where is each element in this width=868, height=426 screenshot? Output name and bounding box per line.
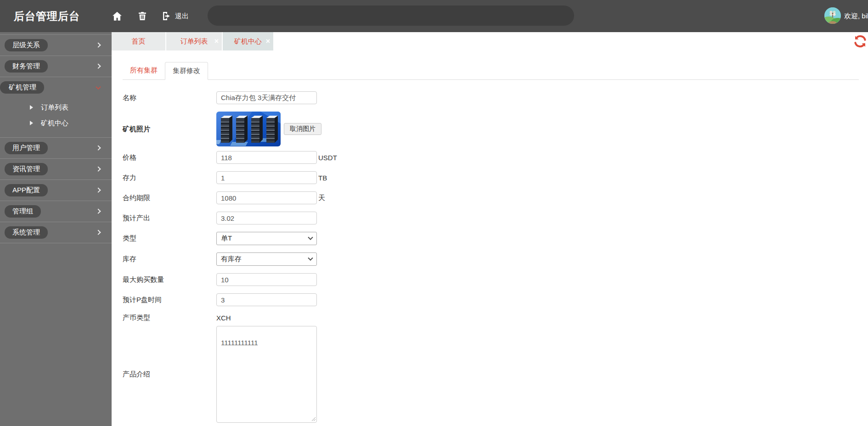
logout-label: 退出 bbox=[175, 12, 189, 21]
form-row-plot-time: 预计P盘时间 bbox=[123, 293, 859, 306]
chevron-right-icon bbox=[96, 63, 101, 68]
page-tab-label: 矿机中心 bbox=[234, 37, 262, 46]
sidebar-item-system[interactable]: 系统管理 bbox=[0, 222, 112, 243]
capacity-input[interactable] bbox=[216, 171, 317, 184]
sidebar-item-news[interactable]: 资讯管理 bbox=[0, 159, 112, 180]
name-label: 名称 bbox=[123, 94, 216, 102]
search-input[interactable] bbox=[208, 6, 574, 26]
chevron-right-icon bbox=[96, 166, 101, 171]
chevron-right-icon bbox=[96, 208, 101, 213]
miner-photo-thumbnail bbox=[216, 112, 281, 146]
form-row-price: 价格 USDT bbox=[123, 151, 859, 164]
app-title: 后台管理后台 bbox=[14, 9, 80, 23]
chevron-right-icon bbox=[96, 187, 101, 192]
page-tab-home[interactable]: 首页 bbox=[112, 32, 165, 50]
sidebar-item-label: 层级关系 bbox=[5, 39, 48, 51]
sidebar-subitem-label: 订单列表 bbox=[41, 103, 68, 112]
chevron-right-icon bbox=[96, 42, 101, 47]
sidebar-item-users[interactable]: 用户管理 bbox=[0, 138, 112, 159]
plot-time-label: 预计P盘时间 bbox=[123, 296, 216, 304]
sidebar-item-hierarchy[interactable]: 层级关系 bbox=[0, 35, 112, 56]
sidebar-submenu: 订单列表 矿机中心 bbox=[0, 98, 112, 137]
tab-all-clusters[interactable]: 所有集群 bbox=[123, 62, 165, 79]
sidebar-item-label: 矿机管理 bbox=[0, 81, 44, 94]
expected-output-input[interactable] bbox=[216, 212, 317, 224]
expected-output-label: 预计产出 bbox=[123, 214, 216, 223]
triangle-right-icon bbox=[30, 121, 33, 125]
chevron-down-icon bbox=[308, 255, 313, 260]
contract-term-unit: 天 bbox=[318, 194, 325, 202]
close-icon[interactable]: × bbox=[214, 38, 219, 45]
logout-button[interactable]: 退出 bbox=[161, 11, 189, 22]
page-tab-label: 订单列表 bbox=[180, 37, 208, 46]
form-row-expected-output: 预计产出 bbox=[123, 212, 859, 224]
type-select[interactable]: 单T bbox=[216, 232, 317, 245]
sidebar-subitem-order-list[interactable]: 订单列表 bbox=[0, 100, 112, 115]
sidebar-item-label: 系统管理 bbox=[5, 226, 48, 239]
page-tab-label: 首页 bbox=[132, 37, 146, 46]
intro-textarea-wrap: 11111111111 bbox=[216, 326, 317, 423]
sidebar-item-app-config[interactable]: APP配置 bbox=[0, 180, 112, 201]
sidebar-item-miner-management-row[interactable]: 矿机管理 bbox=[0, 77, 112, 98]
form-row-coin-type: 产币类型 XCH bbox=[123, 314, 859, 322]
photo-label: 矿机照片 bbox=[123, 125, 216, 134]
intro-label: 产品介绍 bbox=[123, 370, 216, 379]
capacity-unit: TB bbox=[318, 174, 327, 182]
sidebar-item-label: APP配置 bbox=[5, 184, 48, 196]
coin-type-label: 产币类型 bbox=[123, 314, 216, 322]
form-row-stock: 库存 有库存 bbox=[123, 252, 859, 266]
type-label: 类型 bbox=[123, 234, 216, 243]
sidebar: 层级关系 财务管理 矿机管理 订单列表 bbox=[0, 32, 112, 426]
form-row-photo: 矿机照片 bbox=[123, 112, 859, 146]
capacity-label: 存力 bbox=[123, 174, 216, 182]
stock-select[interactable]: 有库存 bbox=[216, 252, 317, 266]
cancel-image-button[interactable]: 取消图片 bbox=[284, 123, 321, 135]
triangle-right-icon bbox=[30, 105, 33, 110]
welcome-text: 欢迎, bihu bbox=[844, 12, 868, 21]
cluster-tabs: 所有集群 集群修改 bbox=[123, 62, 859, 80]
sidebar-item-finance[interactable]: 财务管理 bbox=[0, 56, 112, 77]
sidebar-item-admin-group[interactable]: 管理组 bbox=[0, 201, 112, 222]
plot-time-input[interactable] bbox=[216, 293, 317, 306]
page-tab-strip: 首页 订单列表 × 矿机中心 × bbox=[112, 32, 868, 50]
home-icon[interactable] bbox=[111, 10, 123, 22]
sidebar-menu: 层级关系 财务管理 矿机管理 订单列表 bbox=[0, 34, 112, 243]
max-purchase-label: 最大购买数量 bbox=[123, 275, 216, 284]
sidebar-item-label: 财务管理 bbox=[5, 60, 48, 73]
chevron-right-icon bbox=[96, 230, 101, 235]
sidebar-item-label: 管理组 bbox=[5, 205, 41, 218]
contract-term-input[interactable] bbox=[216, 191, 317, 204]
admin-app: 后台管理后台 退出 bbox=[0, 0, 868, 426]
stock-label: 库存 bbox=[123, 255, 216, 263]
price-input[interactable] bbox=[216, 151, 317, 164]
chevron-down-icon bbox=[308, 235, 313, 240]
stock-select-value: 有库存 bbox=[221, 255, 242, 263]
avatar[interactable] bbox=[824, 7, 841, 24]
name-input[interactable] bbox=[216, 91, 317, 104]
coin-type-value: XCH bbox=[216, 314, 231, 322]
page-tab-order-list[interactable]: 订单列表 × bbox=[166, 32, 222, 50]
sidebar-subitem-miner-center[interactable]: 矿机中心 bbox=[0, 115, 112, 131]
chevron-down-icon bbox=[96, 84, 101, 89]
logout-icon bbox=[161, 11, 172, 22]
form-row-max-purchase: 最大购买数量 bbox=[123, 273, 859, 286]
type-select-value: 单T bbox=[221, 234, 232, 243]
top-header-bar: 后台管理后台 退出 bbox=[0, 0, 868, 32]
tab-cluster-edit[interactable]: 集群修改 bbox=[165, 62, 208, 80]
refresh-icon[interactable] bbox=[853, 34, 867, 48]
sidebar-item-miner-management: 矿机管理 订单列表 矿机中心 bbox=[0, 77, 112, 138]
close-icon[interactable]: × bbox=[266, 38, 270, 45]
form-row-name: 名称 bbox=[123, 91, 859, 104]
chevron-right-icon bbox=[96, 145, 101, 150]
form-row-intro: 产品介绍 11111111111 bbox=[123, 326, 859, 423]
price-unit: USDT bbox=[318, 154, 337, 162]
price-label: 价格 bbox=[123, 153, 216, 162]
trash-icon[interactable] bbox=[137, 11, 148, 22]
form-row-capacity: 存力 TB bbox=[123, 171, 859, 184]
sidebar-subitem-label: 矿机中心 bbox=[41, 119, 68, 128]
max-purchase-input[interactable] bbox=[216, 273, 317, 286]
intro-textarea[interactable]: 11111111111 bbox=[216, 326, 317, 423]
cluster-edit-form: 名称 矿机照片 bbox=[123, 91, 859, 423]
form-row-type: 类型 单T bbox=[123, 232, 859, 245]
page-tab-miner-center[interactable]: 矿机中心 × bbox=[223, 32, 273, 50]
